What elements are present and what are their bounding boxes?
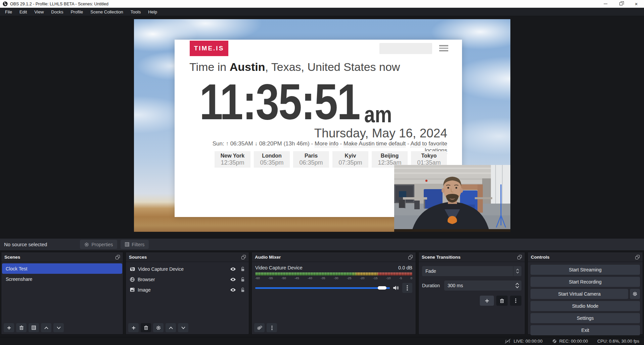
- city-time: 05:35pm: [254, 159, 290, 166]
- add-scene-button[interactable]: [4, 323, 14, 332]
- city-new-york[interactable]: New York 12:35pm: [215, 151, 250, 168]
- add-transition-button[interactable]: [480, 296, 494, 306]
- clock-time: 11:35:51: [199, 77, 360, 127]
- timeis-search-box[interactable]: [379, 43, 432, 54]
- menu-bar: File Edit View Docks Profile Scene Colle…: [0, 8, 644, 16]
- volume-slider[interactable]: [255, 287, 390, 289]
- rec-time: REC: 00:00:00: [559, 339, 588, 344]
- settings-button[interactable]: Settings: [531, 313, 640, 323]
- menu-scene-collection[interactable]: Scene Collection: [87, 8, 127, 15]
- move-source-up-button[interactable]: [166, 323, 176, 332]
- mixer-level-db: 0.0 dB: [398, 265, 412, 270]
- search-input[interactable]: [382, 46, 443, 51]
- restore-button[interactable]: [613, 0, 629, 8]
- mixer-menu-button[interactable]: [267, 323, 277, 332]
- preview-canvas[interactable]: TIME.IS Time in Austin, Texas, United St…: [134, 19, 510, 232]
- start-streaming-button[interactable]: Start Streaming: [531, 265, 640, 275]
- popout-icon[interactable]: [408, 255, 413, 259]
- link-separator: -: [406, 140, 410, 147]
- menu-file[interactable]: File: [1, 8, 16, 15]
- city-name: London: [254, 153, 290, 159]
- more-info-link[interactable]: More info: [315, 140, 338, 147]
- clock-display: 11:35:51 am: [199, 77, 392, 127]
- city-london[interactable]: London 05:35pm: [254, 151, 290, 168]
- volume-slider-handle[interactable]: [378, 286, 386, 290]
- scene-item-clock-test[interactable]: Clock Test: [2, 263, 122, 274]
- record-off-icon: [552, 339, 557, 344]
- close-button[interactable]: ×: [629, 0, 644, 8]
- unlock-icon[interactable]: [241, 288, 245, 292]
- move-scene-up-button[interactable]: [41, 323, 51, 332]
- popout-icon[interactable]: [635, 255, 640, 259]
- chevron-down-icon: [57, 327, 61, 329]
- menu-tools[interactable]: Tools: [127, 8, 144, 15]
- volume-meter: [255, 272, 412, 275]
- duration-input[interactable]: 300 ms: [444, 281, 521, 291]
- source-label: Browser: [138, 277, 155, 282]
- menu-profile[interactable]: Profile: [67, 8, 87, 15]
- hamburger-menu-icon[interactable]: [439, 45, 448, 51]
- gear-icon: [84, 242, 89, 247]
- move-scene-down-button[interactable]: [53, 323, 64, 332]
- remove-source-button[interactable]: [141, 323, 151, 332]
- scene-filters-button[interactable]: [29, 323, 39, 332]
- source-row-video-capture[interactable]: Video Capture Device: [126, 264, 249, 274]
- eye-visible-icon[interactable]: [230, 288, 236, 292]
- webcam-overlay[interactable]: [394, 165, 510, 232]
- eye-visible-icon[interactable]: [230, 267, 236, 271]
- menu-docks[interactable]: Docks: [47, 8, 67, 15]
- city-paris[interactable]: Paris 06:35pm: [293, 151, 329, 168]
- exit-button[interactable]: Exit: [531, 325, 640, 335]
- duration-label: Duration: [422, 283, 444, 288]
- remove-transition-button[interactable]: [496, 296, 508, 306]
- chevron-down-icon[interactable]: [515, 286, 519, 288]
- source-row-image[interactable]: Image: [126, 285, 249, 295]
- scene-item-screenshare[interactable]: Screenshare: [2, 274, 122, 284]
- popout-icon[interactable]: [241, 255, 246, 259]
- eye-visible-icon[interactable]: [230, 277, 236, 282]
- city-name: Beijing: [372, 153, 408, 159]
- mixer-options-button[interactable]: [402, 283, 412, 293]
- virtual-camera-config-button[interactable]: [630, 289, 640, 299]
- transition-select[interactable]: Fade: [422, 266, 521, 276]
- window-title: OBS 29.1.2 - Profile: LLHLS BETA - Scene…: [10, 2, 108, 6]
- controls-dock: Controls Start Streaming Start Recording…: [527, 252, 643, 335]
- advanced-audio-button[interactable]: [254, 323, 265, 332]
- studio-mode-button[interactable]: Studio Mode: [531, 301, 640, 311]
- city-kyiv[interactable]: Kyiv 07:35pm: [332, 151, 368, 168]
- status-bar: LIVE: 00:00:00 REC: 00:00:00 CPU: 0.6%, …: [0, 337, 644, 345]
- menu-help[interactable]: Help: [144, 8, 161, 15]
- unlock-icon[interactable]: [241, 267, 245, 271]
- menu-edit[interactable]: Edit: [16, 8, 31, 15]
- preview-area: TIME.IS Time in Austin, Texas, United St…: [0, 16, 644, 238]
- make-default-link[interactable]: Make Austin time default: [343, 140, 406, 147]
- properties-button[interactable]: Properties: [80, 240, 117, 249]
- popout-icon[interactable]: [517, 255, 522, 259]
- filter-icon: [32, 326, 36, 330]
- scene-transitions-dock: Scene Transitions Fade Duration: [418, 252, 525, 335]
- source-label: Image: [138, 287, 151, 293]
- source-row-browser[interactable]: Browser: [126, 274, 249, 285]
- trash-icon: [500, 299, 504, 303]
- cpu-fps-status: CPU: 0.6%, 30.00 fps: [597, 339, 639, 344]
- broadcast-off-icon: [504, 339, 511, 344]
- add-source-button[interactable]: [128, 323, 139, 332]
- remove-scene-button[interactable]: [16, 323, 27, 332]
- filters-button[interactable]: Filters: [121, 240, 149, 249]
- gear-icon: [156, 326, 161, 330]
- unlock-icon[interactable]: [241, 277, 245, 282]
- start-recording-button[interactable]: Start Recording: [531, 277, 640, 287]
- menu-view[interactable]: View: [31, 8, 47, 15]
- source-properties-button[interactable]: [153, 323, 164, 332]
- move-source-down-button[interactable]: [178, 323, 188, 332]
- start-virtual-camera-button[interactable]: Start Virtual Camera: [531, 289, 628, 299]
- minimize-button[interactable]: [598, 0, 613, 8]
- speaker-icon[interactable]: [393, 285, 399, 291]
- chevron-up-icon[interactable]: [515, 283, 519, 285]
- transition-properties-button[interactable]: [510, 296, 521, 306]
- obs-window: OBS 29.1.2 - Profile: LLHLS BETA - Scene…: [0, 0, 644, 345]
- heading-prefix: Time in: [189, 60, 230, 73]
- chevron-up-icon: [44, 327, 48, 329]
- popout-icon[interactable]: [116, 255, 120, 259]
- date-text: Thursday, May 16, 2024: [314, 126, 447, 140]
